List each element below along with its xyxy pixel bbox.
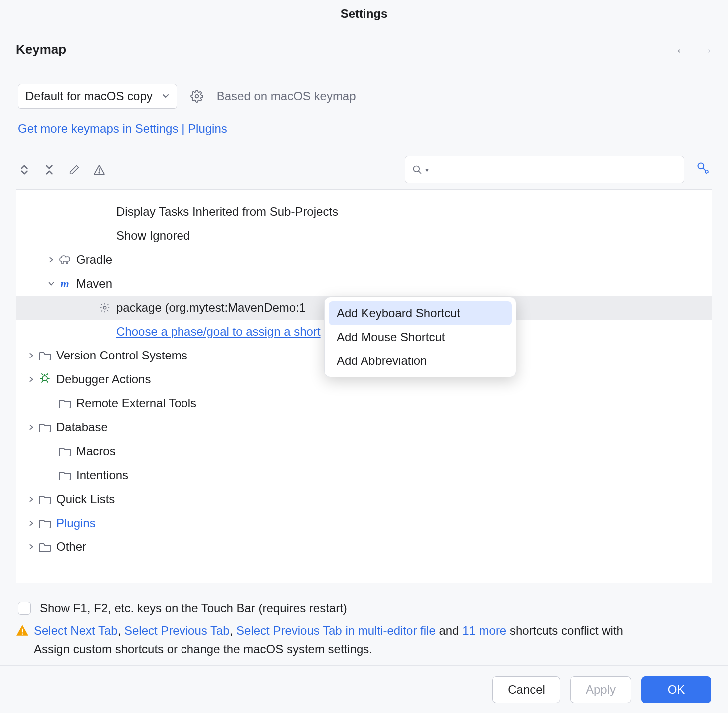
tree-item-label: Remote External Tools bbox=[76, 396, 196, 410]
conflict-link-1[interactable]: Select Next Tab bbox=[34, 624, 118, 637]
keymap-toolbar: ▾ bbox=[18, 156, 710, 183]
tree-chevron-icon[interactable] bbox=[45, 256, 57, 263]
conflict-advice: Assign custom shortcuts or change the ma… bbox=[34, 642, 372, 656]
tree-item-label: Macros bbox=[76, 444, 116, 458]
tree-item-icon bbox=[37, 494, 52, 504]
touchbar-checkbox[interactable] bbox=[18, 602, 31, 615]
based-on-label: Based on macOS keymap bbox=[217, 89, 356, 103]
tree-item-label: Other bbox=[56, 540, 86, 554]
tree-item[interactable]: Remote External Tools bbox=[16, 391, 712, 415]
edit-shortcut-icon[interactable] bbox=[68, 163, 81, 176]
context-menu-item[interactable]: Add Abbreviation bbox=[329, 349, 512, 373]
keymap-tree[interactable]: Group Modules Display Tasks Inherited fr… bbox=[16, 189, 712, 583]
keymap-top-controls: Default for macOS copy Based on macOS ke… bbox=[18, 84, 356, 109]
svg-rect-10 bbox=[22, 628, 23, 632]
tree-item-icon bbox=[57, 398, 72, 408]
tree-chevron-icon[interactable] bbox=[25, 520, 37, 527]
keymap-select[interactable]: Default for macOS copy bbox=[18, 84, 177, 109]
tree-chevron-icon[interactable] bbox=[45, 280, 57, 287]
tree-chevron-icon[interactable] bbox=[25, 543, 37, 550]
tree-item[interactable]: Quick Lists bbox=[16, 487, 712, 511]
tree-item[interactable]: Other bbox=[16, 535, 712, 559]
collapse-all-icon[interactable] bbox=[43, 163, 56, 176]
svg-point-9 bbox=[42, 376, 47, 381]
svg-point-0 bbox=[195, 95, 199, 98]
tree-item-label: Display Tasks Inherited from Sub-Project… bbox=[116, 205, 338, 219]
tree-item-label: Show Ignored bbox=[116, 229, 190, 243]
tree-item-icon bbox=[37, 422, 52, 432]
tree-item-label: Debugger Actions bbox=[56, 372, 151, 386]
tree-item-icon bbox=[37, 518, 52, 528]
tree-chevron-icon[interactable] bbox=[25, 376, 37, 383]
tree-item-icon bbox=[37, 351, 52, 360]
svg-line-6 bbox=[703, 168, 706, 171]
find-action-by-shortcut-icon[interactable] bbox=[696, 161, 710, 178]
nav-forward-icon: → bbox=[700, 44, 713, 57]
svg-point-7 bbox=[705, 170, 708, 173]
cancel-button[interactable]: Cancel bbox=[492, 676, 560, 703]
search-icon bbox=[412, 165, 422, 175]
tree-item-icon bbox=[37, 542, 52, 552]
nav-back-icon[interactable]: ← bbox=[675, 44, 688, 57]
tree-item[interactable]: Intentions bbox=[16, 463, 712, 487]
keymap-select-value: Default for macOS copy bbox=[25, 89, 153, 103]
tree-item-label: Choose a phase/goal to assign a short bbox=[116, 325, 321, 339]
tree-item-label: Quick Lists bbox=[56, 492, 115, 506]
tree-item-icon: m bbox=[57, 277, 72, 290]
conflicts-icon[interactable] bbox=[93, 163, 106, 176]
get-more-keymaps-link[interactable]: Get more keymaps in Settings | Plugins bbox=[18, 122, 227, 136]
warning-icon bbox=[16, 622, 29, 642]
conflict-link-2[interactable]: Select Previous Tab bbox=[124, 624, 230, 637]
tree-item[interactable]: mMaven bbox=[16, 272, 712, 296]
tree-item-icon bbox=[57, 470, 72, 480]
search-input[interactable]: ▾ bbox=[405, 156, 684, 183]
tree-chevron-icon[interactable] bbox=[25, 352, 37, 359]
ok-button[interactable]: OK bbox=[641, 676, 711, 703]
tree-chevron-icon[interactable] bbox=[25, 424, 37, 431]
tree-item-label: Gradle bbox=[76, 253, 112, 267]
tree-item-label: Maven bbox=[76, 277, 112, 291]
tree-item[interactable]: Display Tasks Inherited from Sub-Project… bbox=[16, 200, 712, 224]
nav-arrows: ← → bbox=[675, 44, 713, 57]
tree-item-label: Plugins bbox=[56, 516, 96, 530]
chevron-down-icon bbox=[162, 91, 170, 102]
tree-item-label: Intentions bbox=[76, 468, 128, 482]
tree-item-label: Database bbox=[56, 420, 108, 434]
tree-item[interactable]: Database bbox=[16, 415, 712, 439]
tree-item-icon bbox=[57, 254, 72, 265]
search-dropdown-caret[interactable]: ▾ bbox=[425, 166, 429, 174]
context-menu-item[interactable]: Add Keyboard Shortcut bbox=[329, 301, 512, 325]
context-menu-item[interactable]: Add Mouse Shortcut bbox=[329, 325, 512, 349]
svg-line-4 bbox=[419, 171, 421, 174]
tree-item[interactable]: Macros bbox=[16, 439, 712, 463]
dialog-footer: Cancel Apply OK bbox=[0, 665, 728, 713]
tree-item[interactable]: Show Ignored bbox=[16, 224, 712, 248]
svg-point-2 bbox=[99, 172, 100, 173]
section-title: Keymap bbox=[16, 42, 66, 57]
tree-item-label: Version Control Systems bbox=[56, 349, 187, 362]
tree-item-icon bbox=[57, 446, 72, 456]
tree-item[interactable]: Gradle bbox=[16, 248, 712, 272]
tree-item-icon bbox=[37, 372, 52, 387]
svg-rect-11 bbox=[22, 633, 23, 634]
keymap-actions-gear-icon[interactable] bbox=[189, 88, 205, 104]
tree-item[interactable]: Plugins bbox=[16, 511, 712, 535]
touchbar-checkbox-row[interactable]: Show F1, F2, etc. keys on the Touch Bar … bbox=[18, 601, 347, 615]
tree-chevron-icon[interactable] bbox=[25, 496, 37, 503]
expand-all-icon[interactable] bbox=[18, 163, 31, 176]
conflict-warning: Select Next Tab, Select Previous Tab, Se… bbox=[16, 621, 712, 658]
conflict-more-link[interactable]: 11 more bbox=[462, 624, 506, 637]
svg-point-8 bbox=[103, 306, 106, 309]
tree-item-label: package (org.mytest:MavenDemo:1 bbox=[116, 301, 306, 315]
shortcut-context-menu: Add Keyboard ShortcutAdd Mouse ShortcutA… bbox=[324, 297, 516, 377]
touchbar-checkbox-label: Show F1, F2, etc. keys on the Touch Bar … bbox=[40, 601, 347, 615]
conflict-link-3[interactable]: Select Previous Tab in multi-editor file bbox=[236, 624, 436, 637]
tree-item-icon bbox=[97, 302, 112, 313]
dialog-title: Settings bbox=[0, 7, 728, 21]
apply-button: Apply bbox=[570, 676, 631, 703]
